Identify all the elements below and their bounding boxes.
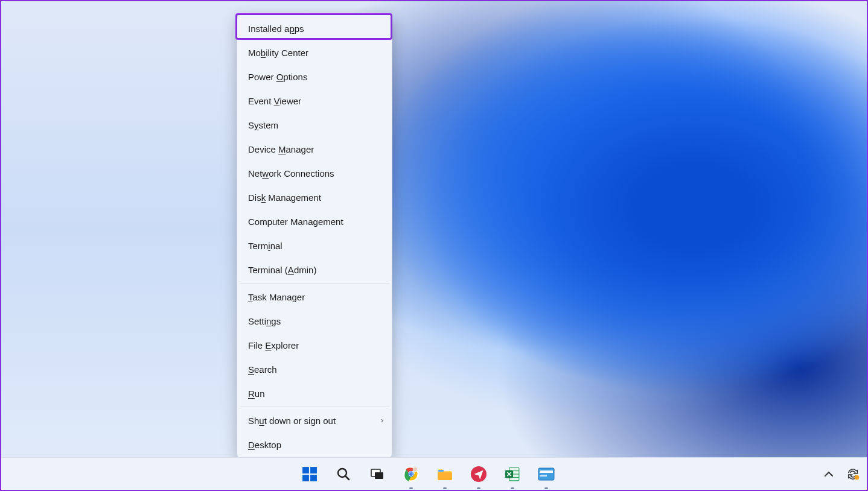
svg-rect-23 (540, 470, 553, 473)
svg-rect-24 (540, 475, 547, 477)
menu-item-settings[interactable]: Settings (237, 309, 392, 333)
menu-item-system[interactable]: System (237, 113, 392, 137)
menu-item-installed-apps[interactable]: Installed apps (237, 16, 392, 40)
menu-separator (240, 283, 389, 284)
menu-item-terminal[interactable]: Terminal (237, 233, 392, 258)
explorer-app[interactable] (432, 461, 458, 487)
menu-item-computer-management[interactable]: Computer Management (237, 209, 392, 233)
menu-item-file-explorer[interactable]: File Explorer (237, 333, 392, 357)
system-tray (819, 466, 861, 483)
menu-item-network-connections[interactable]: Network Connections (237, 161, 392, 185)
menu-item-label: Terminal (Admin) (248, 265, 316, 275)
menu-item-label: Event Viewer (248, 96, 301, 106)
onedrive-status-button[interactable] (845, 466, 861, 482)
menu-item-label: Desktop (248, 440, 281, 450)
menu-item-run[interactable]: Run (237, 381, 392, 405)
svg-line-5 (346, 476, 349, 480)
menu-item-terminal-admin[interactable]: Terminal (Admin) (237, 258, 392, 282)
desktop-wallpaper[interactable] (1, 1, 867, 457)
menu-item-label: Search (248, 364, 277, 375)
svg-rect-3 (310, 475, 317, 481)
menu-item-label: Power Options (248, 72, 307, 82)
menu-item-label: Disk Management (248, 192, 321, 203)
svg-rect-7 (375, 472, 383, 479)
menu-item-event-viewer[interactable]: Event Viewer (237, 89, 392, 113)
search-button[interactable] (331, 461, 356, 487)
menu-item-label: Computer Management (248, 217, 343, 227)
task-view-button[interactable] (365, 461, 390, 487)
chevron-right-icon: › (381, 416, 383, 425)
menu-item-label: Installed apps (248, 24, 304, 34)
menu-item-label: Run (248, 388, 265, 399)
taskbar (1, 457, 867, 490)
menu-item-search[interactable]: Search (237, 357, 392, 381)
run-icon (538, 467, 555, 481)
search-icon (336, 467, 351, 481)
menu-separator (240, 407, 389, 407)
svg-rect-14 (438, 472, 452, 480)
svg-rect-22 (538, 468, 554, 480)
chrome-icon (403, 466, 420, 483)
menu-item-device-manager[interactable]: Device Manager (237, 137, 392, 161)
menu-item-shut-down-or-sign-out[interactable]: Shut down or sign out› (237, 408, 392, 432)
menu-item-label: Mobility Center (248, 48, 308, 58)
menu-item-mobility-center[interactable]: Mobility Center (237, 40, 392, 65)
taskbar-center (297, 461, 559, 487)
menu-item-label: Terminal (248, 241, 282, 251)
menu-item-label: Settings (248, 316, 281, 326)
menu-item-task-manager[interactable]: Task Manager (237, 285, 392, 309)
run-app[interactable] (534, 461, 559, 487)
task-view-icon (370, 467, 385, 481)
menu-item-label: File Explorer (248, 340, 299, 350)
chrome-app[interactable] (398, 461, 424, 487)
svg-rect-1 (310, 467, 317, 474)
tray-overflow-button[interactable] (819, 466, 839, 483)
svg-rect-0 (302, 467, 309, 474)
start-button[interactable] (297, 461, 322, 487)
menu-item-desktop[interactable]: Desktop (237, 432, 392, 457)
svg-rect-2 (302, 475, 309, 481)
excel-app[interactable] (500, 461, 525, 487)
menu-item-disk-management[interactable]: Disk Management (237, 185, 392, 209)
menu-item-label: Network Connections (248, 168, 334, 179)
send-icon (471, 466, 487, 482)
svg-point-11 (409, 472, 413, 476)
menu-item-label: Shut down or sign out (248, 416, 336, 426)
start-context-menu: Installed appsMobility CenterPower Optio… (237, 13, 392, 460)
sync-icon (846, 467, 860, 481)
menu-item-label: Device Manager (248, 144, 314, 154)
menu-item-label: System (248, 120, 278, 130)
svg-point-25 (855, 475, 860, 480)
svg-point-13 (413, 467, 417, 470)
svg-rect-15 (438, 470, 444, 472)
excel-icon (505, 466, 520, 482)
chevron-up-icon (825, 471, 833, 477)
menu-item-label: Task Manager (248, 292, 305, 302)
menu-item-power-options[interactable]: Power Options (237, 65, 392, 89)
zoho-app[interactable] (466, 461, 491, 487)
folder-icon (436, 467, 453, 481)
